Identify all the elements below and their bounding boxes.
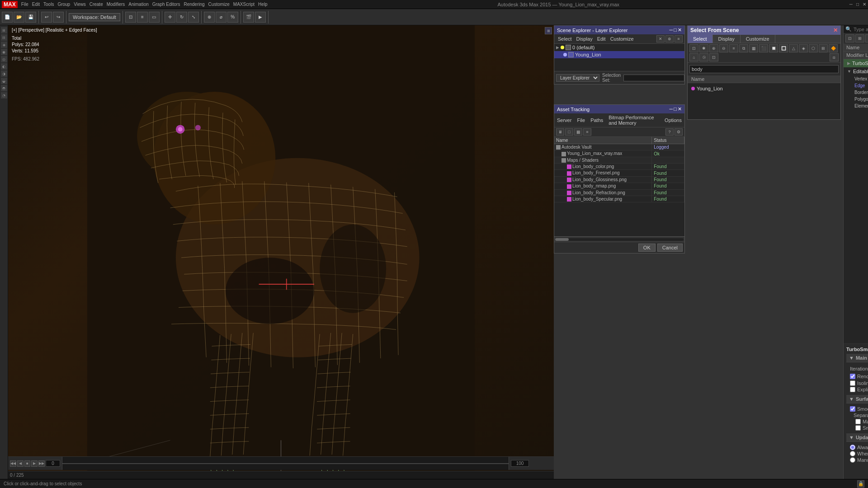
- scale-btn[interactable]: ⤡: [188, 12, 199, 23]
- ss-icon-12[interactable]: ◈: [799, 44, 808, 52]
- viewport[interactable]: [+] [Perspective] [Realistic + Edged Fac…: [8, 25, 554, 479]
- end-btn[interactable]: ▶▶: [38, 460, 45, 467]
- table-row[interactable]: Autodesk VaultLogged: [554, 144, 684, 150]
- mod-tb-icon-2[interactable]: ⊞: [855, 34, 864, 42]
- smooth-result-check[interactable]: [850, 406, 855, 412]
- mod-tb-icon-3[interactable]: ⬛: [865, 34, 868, 42]
- vp-maximize-icon[interactable]: ⊞: [545, 27, 552, 34]
- rect-select-btn[interactable]: ▭: [149, 12, 160, 23]
- se-layer-young-lion[interactable]: Young_Lion: [554, 51, 684, 58]
- at-menu-server[interactable]: Server: [556, 117, 572, 123]
- at-icon-3[interactable]: ▦: [574, 128, 582, 136]
- play-btn[interactable]: ◀◀: [10, 460, 16, 467]
- minimize-btn[interactable]: ─: [849, 2, 853, 7]
- menu-group[interactable]: Group: [57, 2, 70, 7]
- table-row[interactable]: Lion_body_nmap.pngFound: [554, 183, 684, 189]
- left-icon-7[interactable]: ◑: [1, 70, 7, 77]
- at-menu-options[interactable]: Options: [664, 117, 683, 123]
- menu-graph-editors[interactable]: Graph Editors: [152, 2, 180, 7]
- select-object-btn[interactable]: ⊡: [125, 12, 136, 23]
- at-restore-btn[interactable]: □: [674, 106, 677, 112]
- se-menu-select[interactable]: Select: [556, 36, 574, 42]
- render-iters-check[interactable]: [850, 374, 855, 379]
- tab-customize[interactable]: Customize: [741, 35, 775, 43]
- se-menu-edit[interactable]: Edit: [595, 36, 608, 42]
- at-icon-2[interactable]: □: [565, 128, 573, 136]
- smoothing-groups-check[interactable]: [855, 425, 861, 431]
- manually-radio[interactable]: [850, 457, 855, 463]
- menu-rendering[interactable]: Rendering: [184, 2, 204, 7]
- at-cancel-btn[interactable]: Cancel: [657, 244, 683, 252]
- at-icon-1[interactable]: 🖥: [556, 128, 564, 136]
- ss-icon-2[interactable]: ✱: [699, 44, 708, 52]
- angle-snap-btn[interactable]: ⌀: [216, 12, 226, 23]
- new-btn[interactable]: 📄: [2, 12, 13, 23]
- render-setup-btn[interactable]: 🎬: [243, 12, 254, 23]
- table-row[interactable]: Lion_body_Refraction.pngFound: [554, 189, 684, 196]
- mod-turbosmoothitem[interactable]: ▶ TurboSmooth: [844, 59, 868, 67]
- se-menu-customize[interactable]: Customize: [609, 36, 636, 42]
- at-minimize-btn[interactable]: ─: [670, 106, 673, 112]
- ss-icon-17[interactable]: ⧁: [699, 53, 708, 61]
- mod-editablepoly-item[interactable]: ▼ Editable Poly: [844, 67, 868, 75]
- close-btn[interactable]: ✕: [863, 2, 866, 7]
- menu-edit[interactable]: Edit: [32, 2, 40, 7]
- menu-help[interactable]: Help: [258, 2, 268, 7]
- se-close-btn[interactable]: ✕: [678, 27, 682, 33]
- ss-icon-4[interactable]: ⊖: [719, 44, 728, 52]
- undo-btn[interactable]: ↩: [41, 12, 52, 23]
- se-menu-display[interactable]: Display: [575, 36, 594, 42]
- ss-icon-9[interactable]: 🔲: [769, 44, 778, 52]
- snap-btn[interactable]: ⊕: [204, 12, 215, 23]
- mod-sub-edge[interactable]: Edge: [844, 82, 868, 89]
- when-rendering-radio[interactable]: [850, 451, 855, 456]
- table-row[interactable]: Lion_body_Glossiness.pngFound: [554, 176, 684, 183]
- redo-btn[interactable]: ↪: [53, 12, 64, 23]
- left-icon-10[interactable]: ◔: [1, 92, 7, 99]
- isoline-check[interactable]: [850, 380, 855, 386]
- left-icon-9[interactable]: ◓: [1, 85, 7, 91]
- at-settings-icon[interactable]: ⚙: [675, 128, 683, 136]
- ss-icon-10[interactable]: 🔳: [779, 44, 788, 52]
- table-row[interactable]: Young_Lion_max_vray.maxOk: [554, 150, 684, 157]
- always-radio[interactable]: [850, 445, 855, 450]
- at-close-btn[interactable]: ✕: [678, 106, 682, 112]
- ss-icon-7[interactable]: ▦: [749, 44, 758, 52]
- next-frame-btn[interactable]: ▶: [31, 460, 38, 467]
- left-icon-6[interactable]: ◐: [1, 63, 7, 70]
- menu-maxscript[interactable]: MAXScript: [233, 2, 255, 7]
- timeline-track[interactable]: [62, 457, 509, 470]
- search-input[interactable]: [689, 65, 839, 73]
- open-btn[interactable]: 📂: [14, 12, 24, 23]
- move-btn[interactable]: ✛: [165, 12, 175, 23]
- left-icon-4[interactable]: ◉: [1, 49, 7, 55]
- editablepoly-expand[interactable]: ▼: [847, 69, 851, 74]
- mod-search-input[interactable]: [854, 27, 868, 32]
- left-icon-8[interactable]: ◒: [1, 78, 7, 84]
- se-icon-1[interactable]: ✕: [656, 35, 665, 42]
- ss-icon-18[interactable]: ⊡: [709, 53, 718, 61]
- explicit-normals-check[interactable]: [850, 387, 855, 392]
- at-ok-btn[interactable]: OK: [638, 244, 656, 252]
- mod-sub-polygon[interactable]: Polygon: [844, 96, 868, 103]
- at-menu-bitmap[interactable]: Bitmap Performance and Memory: [608, 114, 660, 126]
- ss-icon-14[interactable]: ⊞: [819, 44, 828, 52]
- ss-icon-15[interactable]: 🔶: [829, 44, 838, 52]
- left-icon-2[interactable]: ⊟: [1, 34, 7, 41]
- table-row[interactable]: Lion_body_Specular.pngFound: [554, 196, 684, 202]
- save-btn[interactable]: 💾: [25, 12, 36, 23]
- left-icon-1[interactable]: ⊞: [1, 27, 7, 33]
- left-icon-3[interactable]: ◈: [1, 42, 7, 48]
- menu-modifiers[interactable]: Modifiers: [107, 2, 125, 7]
- turbosmooth-expand[interactable]: ▶: [847, 61, 850, 66]
- at-menu-paths[interactable]: Paths: [590, 117, 604, 123]
- materials-check[interactable]: [855, 419, 861, 424]
- ss-icon-1[interactable]: ⊡: [689, 44, 698, 52]
- mod-sub-element[interactable]: Element: [844, 103, 868, 109]
- prev-frame-btn[interactable]: ◀: [17, 460, 24, 467]
- surface-params-header[interactable]: ▼ Surface Parameters: [846, 395, 868, 404]
- layer-explorer-dropdown[interactable]: Layer Explorer: [556, 74, 599, 82]
- end-frame-input[interactable]: 100: [511, 460, 529, 467]
- at-scrollbar-x[interactable]: [554, 236, 684, 242]
- ss-icon-5[interactable]: ≡: [729, 44, 738, 52]
